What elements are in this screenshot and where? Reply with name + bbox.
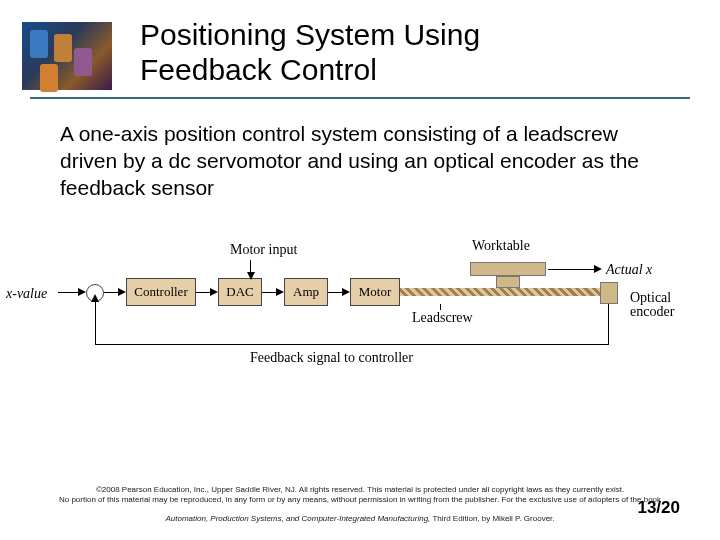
arrow-actual-x: [594, 265, 602, 273]
header-divider: [30, 97, 690, 99]
label-feedback: Feedback signal to controller: [250, 350, 413, 366]
controller-box: Controller: [126, 278, 196, 306]
label-actual-x: Actual x: [606, 262, 652, 278]
label-leadscrew: Leadscrew: [412, 310, 473, 326]
arrow-to-motor: [342, 288, 350, 296]
worktable-carriage: [496, 276, 520, 288]
feedback-line-down: [608, 304, 609, 344]
arrow-feedback-up: [91, 294, 99, 302]
feedback-line-up: [95, 302, 96, 345]
page-number: 13/20: [637, 498, 680, 518]
slide-title-line1: Positioning System Using: [140, 18, 720, 53]
worktable-top: [470, 262, 546, 276]
footer-restriction: No portion of this material may be repro…: [0, 495, 720, 505]
motor-box: Motor: [350, 278, 400, 306]
decorative-thumbnail: [22, 22, 112, 90]
footer-block: ©2008 Pearson Education, Inc., Upper Sad…: [0, 485, 720, 524]
arrow-motor-input-pointer: [247, 272, 255, 280]
amp-box: Amp: [284, 278, 328, 306]
arrow-to-controller: [118, 288, 126, 296]
line-input: [58, 292, 80, 293]
arrow-to-amp: [276, 288, 284, 296]
arrow-input: [78, 288, 86, 296]
feedback-diagram: x-value Controller DAC Motor input Amp M…: [40, 232, 680, 392]
leadscrew-graphic: [400, 288, 600, 296]
label-motor-input-1: Motor input: [230, 242, 297, 258]
footer-edition: Third Edition, by Mikell P. Groover.: [430, 514, 554, 523]
label-worktable: Worktable: [472, 238, 530, 254]
title-block: Positioning System Using Feedback Contro…: [140, 18, 720, 87]
arrow-to-dac: [210, 288, 218, 296]
controller-label: Controller: [134, 284, 187, 300]
optical-encoder-graphic: [600, 282, 618, 304]
feedback-line-horiz: [95, 344, 609, 345]
footer-book-line: Automation, Production Systems, and Comp…: [0, 514, 720, 524]
label-x-value: x-value: [6, 286, 47, 302]
dac-label: DAC: [226, 284, 253, 300]
motor-label: Motor: [359, 284, 392, 300]
feedback-mid-spacer: [280, 340, 288, 348]
slide-title-line2: Feedback Control: [140, 53, 720, 88]
footer-book-title: Automation, Production Systems, and Comp…: [165, 514, 430, 523]
label-optical-2: encoder: [630, 304, 674, 320]
amp-label: Amp: [293, 284, 319, 300]
footer-copyright: ©2008 Pearson Education, Inc., Upper Sad…: [0, 485, 720, 495]
leadscrew-pointer: [440, 304, 441, 310]
dac-box: DAC: [218, 278, 262, 306]
body-paragraph: A one-axis position control system consi…: [60, 121, 660, 202]
slide-header: Positioning System Using Feedback Contro…: [0, 0, 720, 87]
line-actual-x: [548, 269, 596, 270]
